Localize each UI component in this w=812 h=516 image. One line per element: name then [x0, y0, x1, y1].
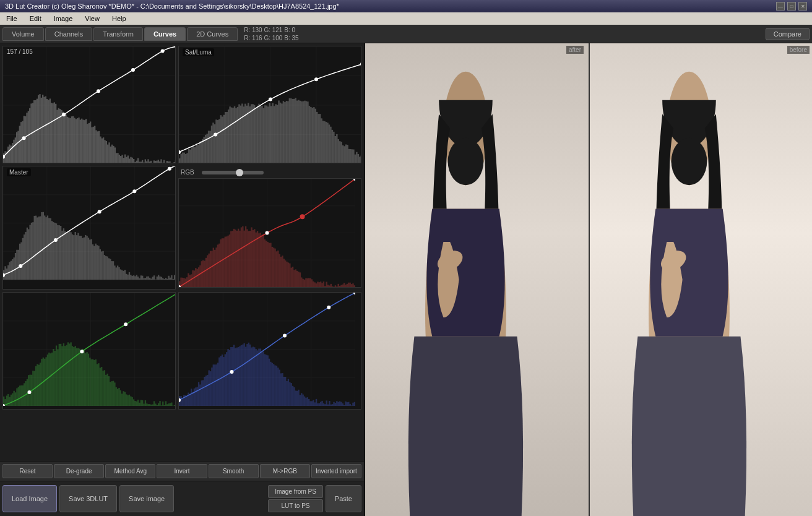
main-content: 157 / 105 Sat/Luma Master: [0, 43, 812, 516]
green-curve-panel: [2, 292, 176, 410]
blue-curve-panel: [178, 292, 361, 410]
titlebar-text: 3D Lut Creator (c) Oleg Sharonov *DEMO* …: [5, 2, 339, 10]
rgb-slider-thumb[interactable]: [236, 169, 243, 176]
bottom-buttons: Reset De-grade Method Avg Invert Smooth …: [0, 461, 364, 481]
lut-to-ps-button[interactable]: LUT to PS: [268, 499, 323, 512]
luminance-curve-canvas[interactable]: [3, 46, 176, 163]
green-curve-canvas[interactable]: [3, 293, 176, 406]
tabbar: Volume Channels Transform Curves 2D Curv…: [0, 25, 812, 43]
before-label: before: [787, 46, 810, 54]
method-avg-button[interactable]: Method Avg: [105, 464, 155, 478]
invert-button[interactable]: Invert: [157, 464, 207, 478]
menu-file[interactable]: File: [2, 14, 21, 23]
image-from-ps-button[interactable]: Image from PS: [268, 485, 323, 498]
save-3dlut-button[interactable]: Save 3DLUT: [59, 485, 117, 512]
after-label: after: [566, 46, 584, 54]
divider-line: [589, 43, 590, 516]
master-label: Master: [7, 168, 31, 176]
titlebar-controls: — □ ✕: [776, 2, 807, 11]
red-curve-panel: [178, 178, 361, 288]
tab-transform[interactable]: Transform: [93, 27, 143, 41]
inverted-import-button[interactable]: Inverted import: [311, 464, 361, 478]
menu-edit[interactable]: Edit: [26, 14, 45, 23]
tab-2dcurves[interactable]: 2D Curves: [187, 27, 238, 41]
curves-top-row: 157 / 105 Sat/Luma: [2, 46, 361, 163]
after-image: [589, 43, 812, 516]
curves-mid-row: Master RGB: [2, 166, 361, 290]
ps-buttons: Image from PS LUT to PS: [268, 485, 323, 512]
satluma-panel: Sat/Luma: [178, 46, 361, 163]
titlebar: 3D Lut Creator (c) Oleg Sharonov *DEMO* …: [0, 0, 812, 12]
curves-section: 157 / 105 Sat/Luma Master: [0, 43, 364, 461]
rgb-label: RGB: [181, 169, 194, 176]
menubar: File Edit Image View Help: [0, 12, 812, 25]
rgb-label-row: RGB: [178, 168, 361, 177]
menu-image[interactable]: Image: [50, 14, 77, 23]
rgb-slider-container: [199, 170, 266, 176]
menu-help[interactable]: Help: [108, 14, 130, 23]
blue-curve-canvas[interactable]: [179, 293, 355, 406]
m-rgb-button[interactable]: M->RGB: [260, 464, 310, 478]
tab-curves[interactable]: Curves: [144, 27, 186, 41]
smooth-button[interactable]: Smooth: [209, 464, 259, 478]
before-canvas: [365, 43, 589, 516]
rgb-slider-track[interactable]: [202, 171, 264, 174]
compare-button[interactable]: Compare: [766, 28, 810, 40]
right-panel: before after: [365, 43, 812, 516]
rgb-readout: R: 130 G: 121 B: 0 R: 116 G: 100 B: 35: [244, 26, 298, 42]
luminance-panel: 157 / 105: [2, 46, 176, 163]
luminance-value: 157 / 105: [7, 48, 33, 55]
paste-button[interactable]: Paste: [326, 485, 361, 512]
maximize-button[interactable]: □: [787, 2, 796, 11]
satluma-curve-canvas[interactable]: [179, 46, 361, 163]
close-button[interactable]: ✕: [798, 2, 807, 11]
rgb-right: RGB: [178, 168, 361, 288]
degrade-button[interactable]: De-grade: [54, 464, 104, 478]
red-curve-canvas[interactable]: [179, 179, 355, 287]
load-image-button[interactable]: Load Image: [2, 485, 57, 512]
save-image-button[interactable]: Save image: [119, 485, 174, 512]
action-row: Load Image Save 3DLUT Save image Image f…: [0, 481, 364, 516]
tab-channels[interactable]: Channels: [45, 27, 92, 41]
master-panel: Master: [2, 166, 176, 290]
minimize-button[interactable]: —: [776, 2, 785, 11]
curves-bot-row: [2, 292, 361, 410]
satluma-label: Sat/Luma: [183, 48, 214, 56]
master-curve-canvas[interactable]: [3, 166, 176, 280]
before-image: [365, 43, 589, 516]
reset-button[interactable]: Reset: [2, 464, 53, 478]
left-panel: 157 / 105 Sat/Luma Master: [0, 43, 365, 516]
menu-view[interactable]: View: [81, 14, 103, 23]
after-canvas: [589, 43, 812, 516]
tab-volume[interactable]: Volume: [2, 27, 44, 41]
